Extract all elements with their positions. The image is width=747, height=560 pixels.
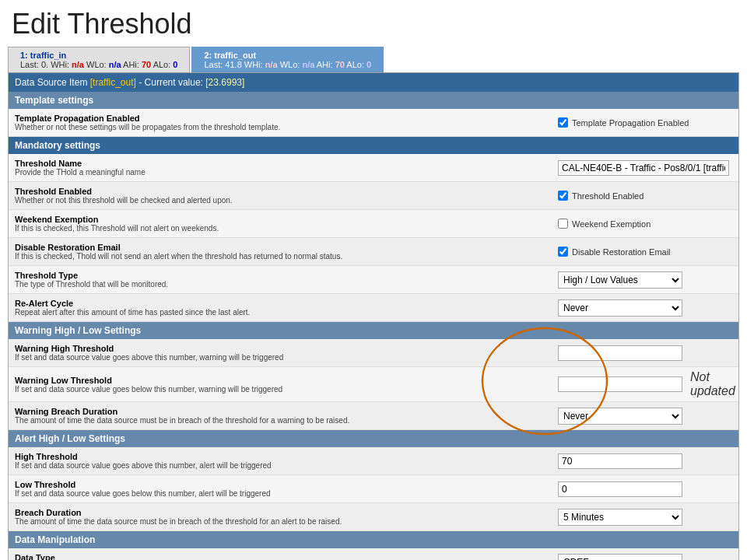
not-updated-note: Not updated bbox=[690, 370, 735, 398]
warning-breach-duration-select[interactable]: Never 5 Minutes 10 Minutes 30 Minutes 1 … bbox=[558, 408, 682, 425]
row-disable-restoration-email: Disable Restoration Email If this is che… bbox=[9, 238, 738, 266]
row-threshold-type: Threshold Type The type of Threshold tha… bbox=[9, 266, 738, 294]
main-container: Data Source Item [traffic_out] - Current… bbox=[8, 73, 739, 560]
data-source-item: [traffic_out] bbox=[90, 77, 136, 88]
row-high-threshold: High Threshold If set and data source va… bbox=[9, 447, 738, 475]
tab-traffic-in[interactable]: 1: traffic_in Last: 0. WHi: n/a WLo: n/a… bbox=[8, 47, 190, 72]
disable-restoration-email-checkbox[interactable] bbox=[558, 247, 568, 257]
section-alert-settings: Alert High / Low Settings bbox=[9, 430, 738, 447]
row-template-propagation: Template Propagation Enabled Whether or … bbox=[9, 109, 738, 137]
page-title: Edit Threshold bbox=[0, 0, 747, 47]
section-mandatory-settings: Mandatory settings bbox=[9, 137, 738, 154]
section-data-manipulation: Data Manipulation bbox=[9, 531, 738, 548]
threshold-enabled-checkbox[interactable] bbox=[558, 191, 568, 201]
data-type-select[interactable]: CDEF None Percentage Integer bbox=[558, 554, 682, 561]
tab-traffic-out[interactable]: 2: traffic_out Last: 41.8 WHi: n/a WLo: … bbox=[191, 47, 384, 72]
breach-duration-select[interactable]: Never 5 Minutes 10 Minutes 30 Minutes 1 … bbox=[558, 509, 682, 526]
tabs-bar: 1: traffic_in Last: 0. WHi: n/a WLo: n/a… bbox=[8, 47, 739, 73]
threshold-type-select[interactable]: High / Low Values Low High Time-Based bbox=[558, 271, 682, 289]
row-warning-high: Warning High Threshold If set and data s… bbox=[9, 339, 738, 367]
row-warning-low: Warning Low Threshold If set and data so… bbox=[9, 367, 738, 402]
data-source-label: Data Source Item bbox=[15, 77, 87, 88]
row-threshold-enabled: Threshold Enabled Whether or not this th… bbox=[9, 182, 738, 210]
low-threshold-input[interactable] bbox=[558, 481, 682, 497]
warning-low-input[interactable] bbox=[558, 376, 682, 392]
row-re-alert-cycle: Re-Alert Cycle Repeat alert after this a… bbox=[9, 294, 738, 322]
current-value: [23.6993] bbox=[205, 77, 244, 88]
row-weekend-exemption: Weekend Exemption If this is checked, th… bbox=[9, 210, 738, 238]
warning-high-input[interactable] bbox=[558, 345, 682, 361]
row-breach-duration: Breach Duration The amount of time the d… bbox=[9, 503, 738, 531]
template-propagation-checkbox[interactable] bbox=[558, 117, 568, 128]
row-warning-breach-duration: Warning Breach Duration The amount of ti… bbox=[9, 402, 738, 430]
section-warning-settings: Warning High / Low Settings bbox=[9, 322, 738, 339]
data-source-bar: Data Source Item [traffic_out] - Current… bbox=[9, 73, 738, 92]
row-data-type: Data Type Special formatting for the giv… bbox=[9, 548, 738, 560]
high-threshold-input[interactable] bbox=[558, 453, 682, 469]
row-threshold-name: Threshold Name Provide the THold a meani… bbox=[9, 154, 738, 182]
re-alert-cycle-select[interactable]: Never 5 Minutes 10 Minutes 30 Minutes 1 … bbox=[558, 299, 682, 317]
current-value-label: - Current value: bbox=[139, 77, 203, 88]
weekend-exemption-checkbox[interactable] bbox=[558, 219, 568, 229]
row-low-threshold: Low Threshold If set and data source val… bbox=[9, 475, 738, 503]
threshold-name-input[interactable] bbox=[558, 160, 729, 176]
section-template-settings: Template settings bbox=[9, 92, 738, 109]
